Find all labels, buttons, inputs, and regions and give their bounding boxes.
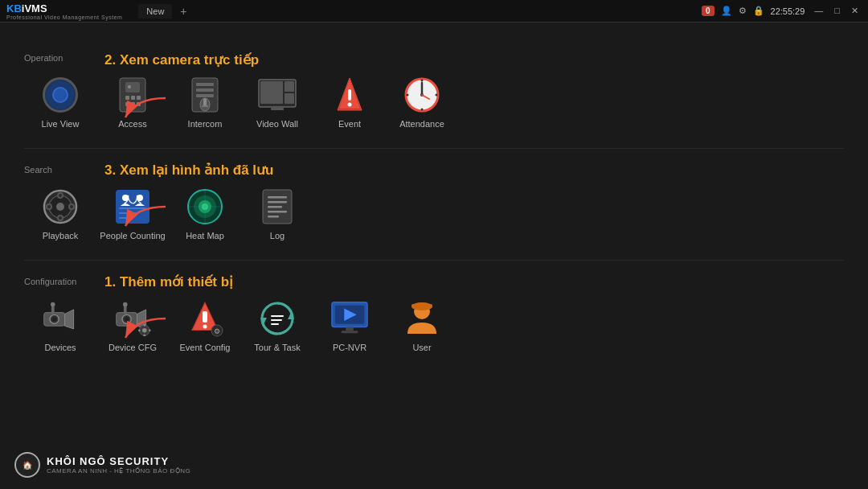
svg-rect-61 (268, 201, 287, 203)
svg-rect-60 (268, 196, 287, 199)
window-controls: — □ ✕ (811, 6, 862, 16)
svg-rect-48 (119, 208, 146, 209)
svg-point-33 (436, 94, 438, 97)
playback-label: Playback (43, 231, 79, 240)
svg-point-87 (203, 325, 207, 329)
tray-settings-icon[interactable]: ⚙ (739, 6, 747, 16)
people-counting-icon: 人人 (113, 187, 152, 226)
svg-rect-100 (341, 331, 358, 333)
main-content: 2. Xem camera trực tiếp Operation (0, 23, 868, 383)
tour-task-label: Tour & Task (254, 343, 300, 352)
svg-point-70 (51, 302, 55, 307)
divider-2 (24, 260, 844, 261)
svg-point-76 (123, 302, 128, 307)
intercom-label: Intercom (188, 119, 223, 129)
sidebar-item-tour-task[interactable]: Tour & Task (241, 294, 313, 357)
svg-rect-19 (285, 81, 294, 92)
sidebar-item-access[interactable]: Access (96, 71, 169, 134)
svg-point-83 (149, 329, 151, 331)
svg-rect-2 (125, 82, 140, 92)
sidebar-item-video-wall[interactable]: Video Wall (241, 71, 313, 134)
sidebar-item-log[interactable]: Log (241, 183, 313, 245)
titlebar-right: 0 👤 ⚙ 🔒 22:55:29 — □ ✕ (702, 6, 862, 16)
svg-point-79 (142, 328, 147, 333)
sidebar-item-people-counting[interactable]: 人人 People Counting (96, 183, 169, 245)
svg-rect-64 (268, 216, 279, 218)
divider-1 (24, 148, 844, 149)
app-logo: KBiVMS Professional Video Management Sys… (6, 2, 122, 20)
svg-point-82 (138, 329, 141, 331)
pc-nvr-icon (330, 299, 369, 338)
operation-section: 2. Xem camera trực tiếp Operation (24, 53, 844, 134)
close-button[interactable]: ✕ (848, 6, 862, 16)
sidebar-item-pc-nvr[interactable]: PC-NVR (313, 294, 386, 357)
svg-rect-63 (268, 211, 287, 213)
svg-rect-5 (131, 96, 135, 100)
svg-rect-18 (260, 81, 283, 104)
bottom-logo-main: KHÔI NGÔ SECURITY (47, 455, 190, 467)
svg-rect-62 (268, 206, 282, 208)
svg-point-25 (348, 103, 352, 107)
log-icon (258, 187, 297, 226)
svg-rect-11 (196, 83, 214, 86)
intercom-icon (186, 76, 224, 114)
sidebar-item-devices[interactable]: Devices (24, 294, 96, 357)
sidebar-item-heat-map[interactable]: Heat Map (169, 183, 241, 245)
svg-point-51 (122, 195, 129, 201)
event-config-icon: ⚙ (186, 299, 224, 338)
logo-text: KBiVMS (6, 2, 122, 14)
svg-marker-71 (65, 310, 74, 329)
svg-rect-16 (202, 105, 208, 107)
sidebar-item-live-view[interactable]: Live View (24, 71, 96, 134)
sidebar-item-playback[interactable]: Playback (24, 183, 96, 245)
svg-text:⚙: ⚙ (214, 327, 220, 335)
logo-ivms: iVMS (22, 2, 47, 14)
search-section: 3. Xem lại hình ảnh đã lưu Search (24, 165, 844, 245)
maximize-button[interactable]: □ (831, 6, 843, 16)
tray-person-icon[interactable]: 👤 (721, 6, 732, 16)
operation-icon-grid: Live View Acc (24, 71, 844, 134)
tab-area: New + (138, 4, 191, 18)
attendance-icon (403, 76, 441, 114)
minimize-button[interactable]: — (811, 6, 826, 16)
tray-alert-count[interactable]: 0 (702, 6, 714, 16)
svg-rect-21 (271, 108, 284, 110)
tab-add-button[interactable]: + (175, 5, 191, 18)
logo-kb: KB (6, 2, 22, 14)
svg-rect-4 (125, 96, 129, 100)
access-label: Access (118, 119, 146, 129)
tray-security-icon[interactable]: 🔒 (753, 6, 764, 16)
liveview-icon-img (43, 77, 78, 113)
operation-label: Operation (24, 53, 844, 63)
sidebar-item-attendance[interactable]: Attendance (386, 71, 458, 134)
sidebar-item-user[interactable]: User (386, 294, 458, 357)
svg-rect-103 (411, 304, 432, 307)
tab-new[interactable]: New (138, 4, 172, 18)
svg-point-43 (59, 216, 62, 220)
device-cfg-icon (113, 299, 152, 338)
svg-point-45 (70, 205, 73, 208)
bottom-logo-sub: CAMERA AN NINH - HỆ THỐNG BÁO ĐỘNG (47, 467, 190, 475)
svg-point-41 (56, 203, 64, 211)
search-icon-grid: Playback 人人 (24, 183, 844, 245)
access-icon (113, 76, 152, 114)
pc-nvr-label: PC-NVR (333, 343, 366, 352)
bottom-logo: 🏠 KHÔI NGÔ SECURITY CAMERA AN NINH - HỆ … (14, 452, 190, 478)
svg-rect-9 (137, 102, 141, 106)
svg-point-52 (137, 195, 143, 201)
heat-map-icon (186, 187, 224, 226)
attendance-label: Attendance (399, 119, 444, 129)
configuration-icon-grid: Devices (24, 294, 844, 357)
sidebar-item-event-config[interactable]: ⚙ Event Config (169, 294, 241, 357)
svg-rect-86 (203, 311, 207, 323)
sidebar-item-device-cfg[interactable]: Device CFG (96, 294, 169, 357)
sidebar-item-intercom[interactable]: Intercom (169, 71, 241, 134)
svg-point-44 (47, 205, 51, 208)
svg-rect-15 (203, 98, 207, 106)
svg-rect-12 (196, 88, 214, 92)
svg-rect-8 (131, 102, 135, 106)
sidebar-item-event[interactable]: Event (313, 71, 386, 134)
search-label: Search (24, 165, 844, 175)
devices-icon (41, 299, 80, 338)
log-label: Log (270, 231, 285, 240)
